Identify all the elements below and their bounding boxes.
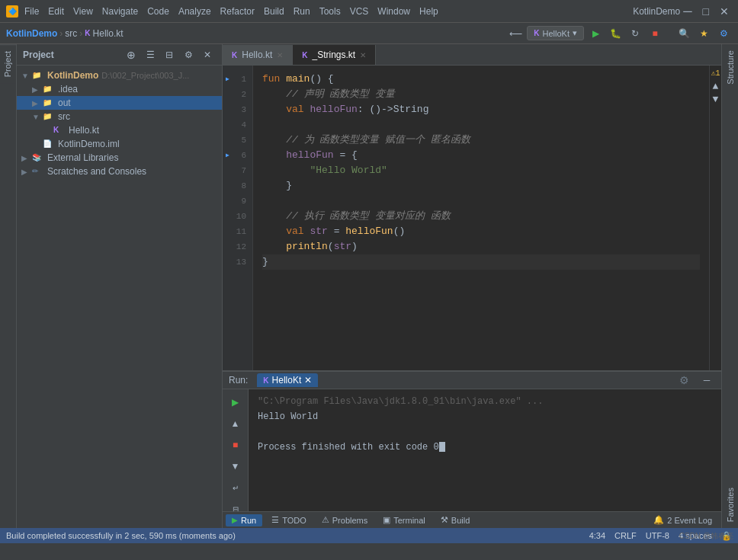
favorites-label[interactable]: Favorites [726, 482, 735, 528]
menu-vcs[interactable]: VCS [350, 6, 369, 17]
idea-folder-icon: 📁 [43, 85, 55, 94]
code-line-5: // 为 函数类型变量 赋值一个 匿名函数 [262, 133, 700, 148]
tab-problems[interactable]: ⚠ Problems [316, 514, 374, 526]
run-tab-name: HelloKt [272, 375, 302, 386]
settings-icon[interactable]: ⚙ [715, 25, 732, 42]
code-line-13: } [262, 254, 700, 270]
menu-bar: File Edit View Navigate Code Analyze Ref… [24, 6, 633, 17]
rerun-button[interactable]: ↻ [627, 25, 643, 42]
scroll-up-btn[interactable]: ▲ [227, 415, 244, 432]
tab-hello-kt[interactable]: K Hello.kt ✕ [223, 45, 293, 65]
watermark: CSDN @韩睿亮 [679, 531, 733, 542]
run-close-icon[interactable]: ─ [698, 372, 715, 389]
menu-refactor[interactable]: Refactor [220, 6, 255, 17]
add-icon[interactable]: ⊕ [123, 46, 140, 63]
file-path[interactable]: Hello.kt [93, 28, 124, 39]
maximize-button[interactable]: □ [700, 5, 712, 18]
menu-tools[interactable]: Tools [319, 6, 341, 17]
hello-kt-label: Hello.kt [69, 125, 99, 136]
minimize-button[interactable]: ─ [680, 5, 695, 18]
right-panel: Structure Favorites [721, 44, 738, 528]
menu-help[interactable]: Help [419, 6, 438, 17]
search-icon[interactable]: 🔍 [675, 25, 692, 42]
tree-hello-kt[interactable]: K Hello.kt [17, 123, 222, 137]
scroll-down-btn[interactable]: ▼ [227, 458, 244, 475]
bookmark-icon[interactable]: ★ [695, 25, 712, 42]
rerun-btn[interactable]: ▶ [227, 394, 244, 411]
project-name[interactable]: KotlinDemo [6, 28, 57, 39]
menu-file[interactable]: File [24, 6, 39, 17]
menu-view[interactable]: View [73, 6, 93, 17]
tab-strings-kt[interactable]: K _Strings.kt ✕ [293, 45, 376, 65]
run-label: Run: [229, 375, 248, 386]
close-panel-icon[interactable]: ✕ [199, 46, 216, 63]
code-content[interactable]: fun main() { // 声明 函数类型 变量 val helloFun:… [253, 66, 709, 370]
structure-label[interactable]: Structure [726, 44, 735, 91]
tree-idea[interactable]: ▶ 📁 .idea [17, 82, 222, 96]
menu-build[interactable]: Build [264, 6, 284, 17]
gear-icon[interactable]: ⚙ [180, 46, 197, 63]
sep1: › [59, 28, 63, 39]
run-toolbar: ▶ ▲ ■ ▼ ↵ ⊟ 📌 [223, 389, 249, 528]
run-hello-line: Hello World [258, 409, 712, 424]
code-editor[interactable]: 1 2 3 4 5 6 7 8 9 10 11 12 13 fun main()… [223, 66, 721, 370]
run-settings-icon[interactable]: ⚙ [675, 372, 692, 389]
project-panel: Project ⊕ ☰ ⊟ ⚙ ✕ ▼ 📁 KotlinDemo D:\002_… [17, 44, 223, 528]
tab-build[interactable]: ⚒ Build [435, 514, 476, 526]
tab-todo[interactable]: ☰ TODO [265, 514, 313, 526]
menu-navigate[interactable]: Navigate [102, 6, 138, 17]
iml-label: KotlinDemo.iml [58, 139, 120, 149]
run-kt-icon: K [263, 376, 268, 385]
editor-tabs: K Hello.kt ✕ K _Strings.kt ✕ [223, 44, 721, 66]
code-line-12: println(str) [262, 239, 700, 254]
tab-strings-close[interactable]: ✕ [360, 51, 366, 59]
line-9: 9 [223, 194, 252, 209]
menu-window[interactable]: Window [377, 6, 410, 17]
build-icon: ⚒ [441, 515, 448, 525]
run-content: ▶ ▲ ■ ▼ ↵ ⊟ 📌 "C:\Program Files\Java\jdk… [223, 389, 721, 528]
tab-event-log[interactable]: 🔔 2 Event Log [647, 514, 718, 526]
src-path[interactable]: src [65, 28, 77, 39]
tree-scratches[interactable]: ▶ ✏ Scratches and Consoles [17, 165, 222, 178]
run-panel: Run: K HelloKt ✕ ⚙ ─ ▶ ▲ ■ ▼ ↵ ⊟ � [223, 370, 721, 511]
menu-run[interactable]: Run [294, 6, 310, 17]
tab-hello-close[interactable]: ✕ [277, 51, 283, 59]
tree-iml[interactable]: 📄 KotlinDemo.iml [17, 137, 222, 151]
nav-up[interactable]: ▲ [713, 81, 719, 92]
tree-external-libs[interactable]: ▶ 📚 External Libraries [17, 151, 222, 165]
tree-src[interactable]: ▼ 📁 src [17, 110, 222, 123]
code-line-8: } [262, 178, 700, 194]
back-icon[interactable]: ⟵ [507, 25, 524, 42]
run-tab-close[interactable]: ✕ [304, 375, 312, 386]
src-folder-icon: 📁 [43, 112, 55, 121]
build-status: Build completed successfully in 2 sec, 5… [6, 531, 580, 540]
code-line-2: // 声明 函数类型 变量 [262, 87, 700, 102]
run-button[interactable]: ▶ [587, 25, 604, 42]
stop-button[interactable]: ■ [647, 25, 663, 42]
project-panel-tab[interactable]: Project [0, 44, 16, 83]
code-line-3: val helloFun: ()->String [262, 102, 700, 117]
tree-root[interactable]: ▼ 📁 KotlinDemo D:\002_Project\003_J... [17, 69, 222, 82]
tab-run[interactable]: ▶ Run [226, 514, 262, 526]
code-line-6: helloFun = { [262, 148, 700, 163]
scratches-label: Scratches and Consoles [47, 166, 146, 177]
menu-analyze[interactable]: Analyze [178, 6, 211, 17]
collapse-icon[interactable]: ⊟ [161, 46, 178, 63]
menu-code[interactable]: Code [147, 6, 169, 17]
debug-button[interactable]: 🐛 [607, 25, 624, 42]
wrap-btn[interactable]: ↵ [227, 479, 244, 496]
run-tab-hellkt[interactable]: K HelloKt ✕ [257, 373, 318, 387]
status-encoding[interactable]: UTF-8 [646, 531, 669, 541]
line-12: 12 [223, 239, 252, 254]
expand-icon[interactable]: ☰ [142, 46, 159, 63]
nav-down[interactable]: ▼ [713, 94, 719, 105]
close-button[interactable]: ✕ [717, 5, 732, 18]
menu-edit[interactable]: Edit [48, 6, 64, 17]
status-line-sep[interactable]: CRLF [614, 531, 637, 541]
sep2: › [79, 28, 82, 39]
stop-run-btn[interactable]: ■ [227, 437, 244, 453]
run-config-button[interactable]: K HelloKt ▾ [527, 26, 584, 40]
tree-out[interactable]: ▶ 📁 out [17, 96, 222, 110]
status-time[interactable]: 4:34 [589, 531, 605, 541]
tab-terminal[interactable]: ▣ Terminal [377, 514, 432, 526]
